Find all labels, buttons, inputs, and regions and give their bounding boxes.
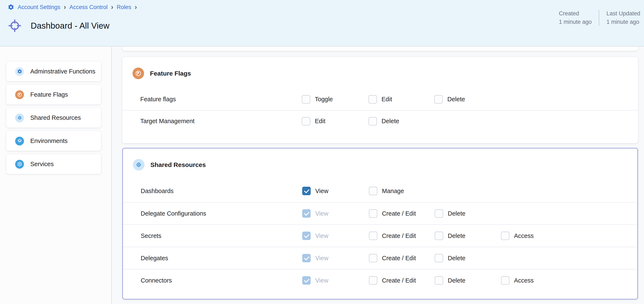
checkbox-delete[interactable] (435, 232, 443, 240)
perm-secrets-view[interactable]: View (302, 232, 369, 240)
chevron-right-icon: › (64, 3, 66, 10)
services-icon (15, 160, 24, 169)
section-header: Shared Resources (123, 148, 638, 180)
resource-label: Dashboards (141, 188, 302, 194)
perm-secrets-access[interactable]: Access (501, 232, 638, 240)
feature-flags-icon (15, 90, 24, 99)
feature-flags-icon (132, 68, 144, 79)
permission-row-delegates: Delegates View Create / Edit Delete (123, 247, 638, 269)
perm-secrets-create-edit[interactable]: Create / Edit (369, 232, 435, 240)
perm-target-management-delete[interactable]: Delete (368, 117, 434, 125)
last-updated-meta: Last Updated 1 minute ago (599, 9, 642, 26)
page-header: Account Settings›Access Control›Roles› D… (0, 0, 644, 47)
sidebar-item-adminstrative-functions[interactable]: Adminstrative Functions (6, 62, 101, 81)
checkbox-delete[interactable] (435, 276, 443, 285)
checkbox-edit[interactable] (368, 95, 377, 104)
shared-resources-icon (133, 159, 144, 171)
role-title-row: Dashboard - All View (8, 19, 110, 33)
perm-target-management-edit[interactable]: Edit (302, 117, 368, 125)
chevron-right-icon: › (134, 3, 137, 10)
perm-connectors-view[interactable]: View (302, 276, 369, 285)
scrolled-card-edge (122, 47, 638, 51)
checkbox-create-edit[interactable] (369, 209, 377, 218)
permissions-panel: Feature Flags Feature flags Toggle Edit … (112, 47, 644, 304)
permission-section-shared-resources: Shared Resources Dashboards View Manage … (122, 148, 638, 299)
environments-icon (15, 137, 24, 145)
resource-label: Connectors (141, 277, 302, 284)
checkbox-create-edit[interactable] (369, 232, 377, 240)
permission-row-feature-flags: Feature flags Toggle Edit Delete (122, 88, 638, 110)
breadcrumb-link-roles[interactable]: Roles (117, 4, 131, 11)
perm-feature-flags-toggle[interactable]: Toggle (302, 95, 368, 104)
checkbox-create-edit[interactable] (369, 276, 377, 285)
checkbox-view[interactable] (302, 187, 311, 195)
resource-label: Delegate Configurations (141, 210, 302, 217)
perm-dashboards-manage[interactable]: Manage (369, 187, 435, 195)
permission-row-connectors: Connectors View Create / Edit Delete Acc… (123, 269, 638, 291)
meta-panel: Created 1 minute ago Last Updated 1 minu… (559, 9, 642, 26)
permission-section-feature-flags: Feature Flags Feature flags Toggle Edit … (122, 57, 638, 143)
permission-row-target-management: Target Management Edit Delete (122, 110, 638, 132)
checkbox-access[interactable] (501, 276, 510, 285)
perm-delegates-delete[interactable]: Delete (435, 254, 501, 262)
permission-row-dashboards: Dashboards View Manage (123, 180, 638, 202)
perm-delegate-configurations-create-edit[interactable]: Create / Edit (369, 209, 435, 218)
checkbox-delete[interactable] (435, 254, 443, 262)
perm-delegates-create-edit[interactable]: Create / Edit (369, 254, 435, 262)
perm-connectors-access[interactable]: Access (501, 276, 638, 285)
perm-delegate-configurations-delete[interactable]: Delete (435, 209, 501, 218)
checkbox-access[interactable] (501, 232, 510, 240)
checkbox-manage[interactable] (369, 187, 377, 195)
checkbox-edit[interactable] (302, 117, 310, 125)
checkbox-create-edit[interactable] (369, 254, 377, 262)
perm-secrets-delete[interactable]: Delete (435, 232, 501, 240)
resource-label: Target Management (140, 118, 302, 125)
last-updated-value: 1 minute ago (606, 18, 640, 26)
resource-label: Secrets (141, 232, 302, 239)
permission-row-secrets: Secrets View Create / Edit Delete Access (123, 224, 638, 247)
permission-row-delegate-configurations: Delegate Configurations View Create / Ed… (123, 202, 638, 224)
checkbox-delete[interactable] (434, 95, 443, 104)
checkbox-view[interactable] (302, 276, 311, 285)
resource-label: Feature flags (140, 96, 302, 103)
chevron-right-icon: › (111, 3, 113, 10)
perm-feature-flags-delete[interactable]: Delete (434, 95, 500, 104)
perm-feature-flags-edit[interactable]: Edit (368, 95, 434, 104)
sidebar-item-shared-resources[interactable]: Shared Resources (6, 108, 101, 128)
created-label: Created (559, 9, 592, 18)
section-title: Shared Resources (150, 161, 206, 168)
checkbox-view[interactable] (302, 254, 311, 262)
section-header: Feature Flags (122, 57, 638, 88)
perm-delegate-configurations-view[interactable]: View (302, 209, 369, 218)
breadcrumb: Account Settings›Access Control›Roles› (8, 4, 137, 11)
checkbox-view[interactable] (302, 209, 311, 218)
resource-category-sidebar: Adminstrative Functions Feature Flags Sh… (0, 47, 112, 304)
last-updated-label: Last Updated (606, 9, 640, 18)
checkbox-delete[interactable] (435, 209, 443, 218)
created-meta: Created 1 minute ago (559, 9, 599, 26)
checkbox-toggle[interactable] (302, 95, 310, 104)
created-value: 1 minute ago (559, 18, 592, 26)
sidebar-item-feature-flags[interactable]: Feature Flags (6, 85, 101, 104)
perm-delegates-view[interactable]: View (302, 254, 369, 262)
perm-connectors-create-edit[interactable]: Create / Edit (369, 276, 435, 285)
sidebar-item-services[interactable]: Services (6, 154, 101, 174)
perm-connectors-delete[interactable]: Delete (435, 276, 501, 285)
perm-dashboards-view[interactable]: View (302, 187, 369, 195)
role-target-icon (8, 19, 22, 33)
page-title: Dashboard - All View (31, 21, 110, 31)
breadcrumb-link-account-settings[interactable]: Account Settings (18, 4, 60, 11)
settings-gear-icon (8, 4, 14, 11)
shared-resources-icon (15, 114, 24, 122)
gear-icon (15, 67, 24, 76)
resource-label: Delegates (141, 255, 302, 262)
checkbox-delete[interactable] (368, 117, 377, 125)
section-title: Feature Flags (150, 70, 191, 77)
sidebar-item-environments[interactable]: Environments (6, 131, 101, 151)
checkbox-view[interactable] (302, 232, 311, 240)
breadcrumb-link-access-control[interactable]: Access Control (70, 4, 108, 11)
